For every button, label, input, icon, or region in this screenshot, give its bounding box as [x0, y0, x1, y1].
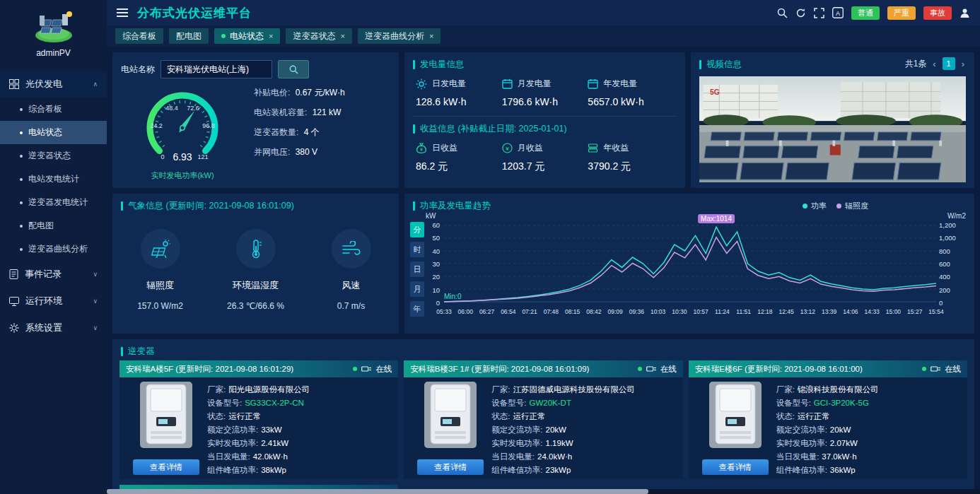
sidebar-group-label: 光伏发电 — [25, 78, 62, 90]
field-label: 厂家: — [776, 383, 795, 396]
top-header: 分布式光伏运维平台 A 普通 严重 事故 — [107, 0, 980, 25]
camera-video-frame[interactable]: 5G — [699, 76, 966, 182]
horizontal-scrollbar[interactable] — [107, 489, 980, 494]
sidebar-group-settings[interactable]: 系统设置 ∨ — [0, 314, 107, 341]
online-status: 在线 — [375, 364, 392, 375]
legend-label: 功率 — [811, 201, 827, 211]
gauge-value: 6.93 — [173, 151, 192, 163]
daily-revenue: ¥ 日收益 86.2 元 — [416, 142, 502, 173]
field-value: 23kWp — [546, 464, 571, 477]
sidebar-menu: 光伏发电 ∧ 综合看板 电站状态 逆变器状态 电站发电统计 逆变器发电统计 配电… — [0, 71, 107, 341]
alarm-badge-accident[interactable]: 事故 — [923, 6, 952, 20]
inverter-field-row: 实时发电功率: 2.41kW — [207, 437, 394, 450]
tab-inverter-status[interactable]: 逆变器状态× — [286, 28, 351, 44]
x-tick-label: 08:15 — [565, 308, 580, 315]
view-details-button[interactable]: 查看详情 — [133, 459, 199, 475]
sidebar-group-label: 事件记录 — [25, 268, 62, 281]
detail-label: 电站装机容量: — [254, 107, 307, 117]
tab-distribution[interactable]: 配电图 — [169, 28, 209, 44]
inverter-field-row: 设备型号: SG33CX-2P-CN — [207, 396, 394, 410]
view-details-button[interactable]: 查看详情 — [417, 459, 484, 475]
user-icon[interactable] — [959, 8, 970, 18]
sidebar-item-station-stats[interactable]: 电站发电统计 — [0, 167, 107, 191]
station-name-label: 电站名称 — [121, 64, 155, 76]
sidebar-group-pv[interactable]: 光伏发电 ∧ — [0, 71, 107, 98]
detail-label: 并网电压: — [254, 147, 290, 157]
station-search-button[interactable] — [278, 60, 309, 78]
close-icon[interactable]: × — [429, 32, 433, 40]
metric-label: 日收益 — [432, 142, 457, 154]
field-value: 33kW — [261, 423, 281, 437]
svg-text:¥: ¥ — [505, 146, 509, 152]
close-icon[interactable]: × — [340, 32, 344, 40]
wind-icon — [332, 229, 371, 269]
inverter-cards: 安科瑞A楼5F (更新时间: 2021-09-08 16:01:29) 在线 查… — [119, 360, 967, 494]
close-icon[interactable]: × — [269, 32, 273, 40]
gear-icon — [9, 323, 19, 333]
metric-value: 3790.2 元 — [588, 160, 674, 173]
inverter-field-row: 组件峰值功率: 23kWp — [491, 464, 678, 477]
online-dot — [922, 367, 926, 371]
sidebar-group-events[interactable]: 事件记录 ∨ — [0, 261, 107, 288]
sidebar-item-label: 配电图 — [28, 220, 54, 232]
alarm-badge-normal[interactable]: 普通 — [851, 6, 880, 20]
calendar-icon — [502, 78, 513, 89]
translate-icon[interactable]: A — [832, 7, 844, 18]
sidebar-item-station-status[interactable]: 电站状态 — [0, 121, 107, 144]
legend-irradiance[interactable]: 辐照度 — [836, 201, 868, 211]
metric-label: 月收益 — [518, 142, 543, 154]
x-tick-label: 15:54 — [928, 308, 943, 315]
search-icon[interactable] — [777, 8, 788, 18]
sidebar-group-environment[interactable]: 运行环境 ∨ — [0, 288, 107, 314]
sidebar-item-curve-analysis[interactable]: 逆变器曲线分析 — [0, 237, 107, 261]
hamburger-menu-icon[interactable] — [117, 8, 128, 17]
x-tick-label: 11:24 — [715, 308, 730, 315]
y-tick-label: 1,000 — [939, 234, 956, 242]
y-tick-label: 20 — [432, 273, 440, 281]
yearly-generation: 年发电量 5657.0 kW·h — [588, 78, 674, 107]
page-prev-icon[interactable]: ‹ — [931, 59, 937, 69]
irradiance-cell: 辐照度 157.0 W/m2 — [112, 229, 208, 311]
detail-value: 0.67 元/kW·h — [296, 88, 345, 98]
legend-power[interactable]: 功率 — [803, 201, 827, 211]
page-number[interactable]: 1 — [943, 57, 955, 70]
svg-text:¥: ¥ — [420, 147, 423, 152]
x-tick-label: 06:00 — [458, 308, 473, 315]
inverter-fields: 厂家: 阳光电源股份有限公司 设备型号: SG33CX-2P-CN 状态: — [207, 382, 394, 475]
tab-curve-analysis[interactable]: 逆变器曲线分析× — [358, 28, 441, 44]
active-dot — [221, 34, 226, 38]
chart-legend: 功率 辐照度 — [803, 201, 868, 211]
field-value: SG33CX-2P-CN — [245, 396, 304, 410]
refresh-icon[interactable] — [795, 8, 806, 18]
sidebar-item-distribution[interactable]: 配电图 — [0, 214, 107, 237]
page-next-icon[interactable]: › — [960, 59, 966, 69]
x-tick-label: 09:36 — [629, 308, 644, 315]
svg-text:A: A — [836, 10, 840, 17]
inverter-card-header: 安科瑞A楼5F (更新时间: 2021-09-08 16:01:29) 在线 — [119, 360, 398, 377]
station-name-input[interactable] — [161, 60, 272, 78]
alarm-badge-severe[interactable]: 严重 — [887, 6, 916, 20]
sidebar-item-inverter-stats[interactable]: 逆变器发电统计 — [0, 191, 107, 214]
detail-value: 121 kW — [313, 107, 342, 117]
view-details-button[interactable]: 查看详情 — [702, 459, 769, 475]
scrollbar-thumb[interactable] — [107, 489, 648, 494]
trend-chart[interactable]: Max:58.72Max:1014Min:0 — [444, 225, 936, 302]
sidebar-item-inverter-status[interactable]: 逆变器状态 — [0, 144, 107, 167]
x-tick-label: 10:57 — [693, 308, 708, 315]
document-icon — [9, 269, 18, 279]
station-panel: 电站名称 0 — [112, 52, 399, 188]
line-chart-canvas — [444, 225, 936, 302]
generation-panel: 发电量信息 日发电量 128.6 kW·h 月发电量 1796.6 kW·h — [404, 52, 685, 188]
tab-station-status[interactable]: 电站状态× — [214, 28, 280, 44]
tab-dashboard[interactable]: 综合看板 — [115, 28, 163, 44]
range-button-year[interactable]: 年 — [410, 301, 424, 317]
fullscreen-icon[interactable] — [814, 8, 824, 18]
online-status: 在线 — [945, 364, 961, 375]
sidebar-item-label: 逆变器发电统计 — [28, 196, 88, 208]
station-details: 补贴电价: 0.67 元/kW·h 电站装机容量: 121 kW 逆变器数量: … — [252, 81, 399, 181]
field-label: 组件峰值功率: — [491, 464, 542, 477]
inverter-field-row: 设备型号: GCI-3P20K-5G — [776, 396, 963, 410]
sidebar-item-dashboard[interactable]: 综合看板 — [0, 98, 107, 121]
legend-dot — [803, 204, 807, 208]
x-tick-label: 13:39 — [822, 308, 836, 315]
